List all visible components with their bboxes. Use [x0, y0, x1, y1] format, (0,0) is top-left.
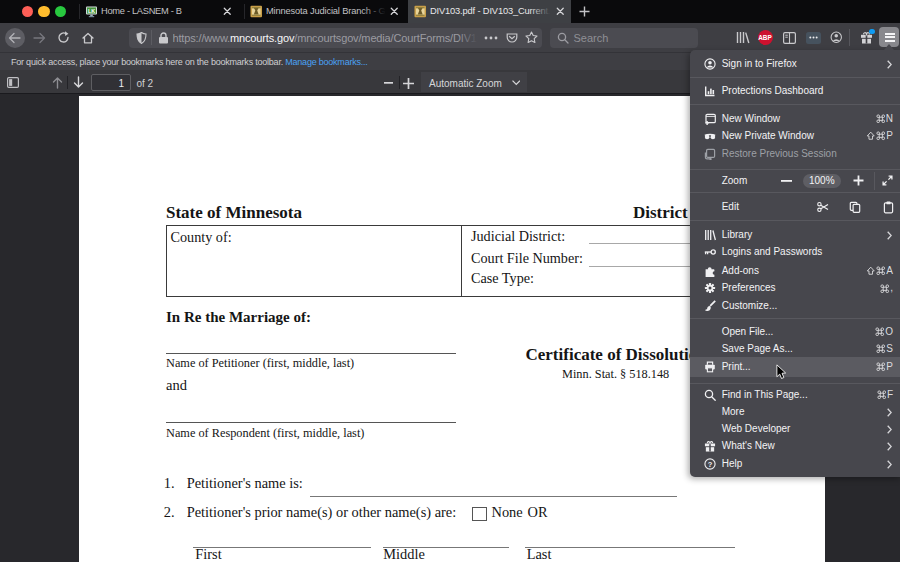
svg-text:?: ? [707, 460, 712, 469]
svg-text:LK: LK [87, 8, 94, 14]
